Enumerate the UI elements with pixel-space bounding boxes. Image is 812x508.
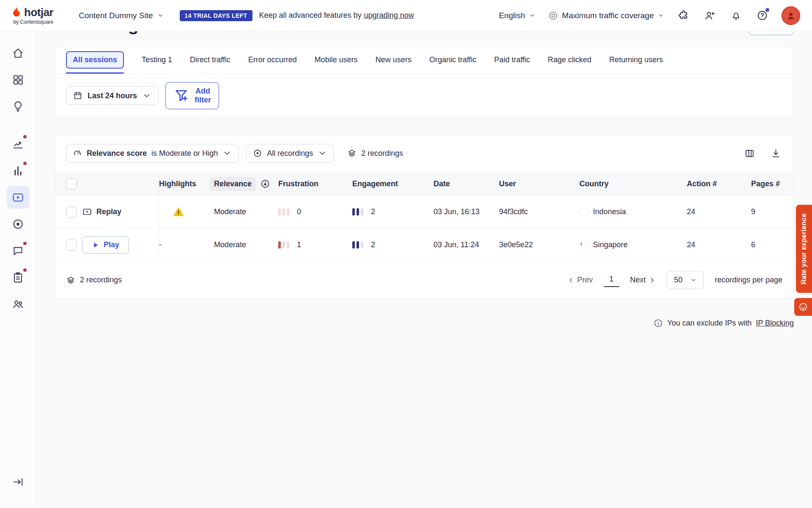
integrations-button[interactable] [677, 9, 690, 22]
sidebar-item-trends[interactable] [7, 133, 30, 155]
sidebar-item-home[interactable] [7, 41, 30, 64]
tab-new-users[interactable]: New users [376, 47, 411, 73]
sidebar-item-heatmaps[interactable] [7, 213, 30, 235]
table-footer: 2 recordings Prev 1 Next 50 recordings p… [55, 262, 793, 298]
topbar: hotjar by Contentsquare Content Dummy Si… [0, 0, 812, 31]
trial-badge: 14 TRIAL DAYS LEFT [180, 10, 252, 21]
traffic-coverage-label: Maximum traffic coverage [562, 11, 654, 20]
tab-organic-traffic[interactable]: Organic traffic [429, 47, 477, 73]
chevron-down-icon [157, 12, 164, 19]
tab-rage-clicked[interactable]: Rage clicked [548, 47, 591, 73]
circle-dot-icon [253, 149, 262, 158]
feedback-smiley-button[interactable] [794, 298, 812, 316]
tab-returning-users[interactable]: Returning users [609, 47, 663, 73]
user-value: 94f3cdfc [499, 207, 579, 216]
notification-dot [23, 162, 27, 165]
column-engagement[interactable]: Engagement [352, 179, 433, 188]
engagement-value: 2 [352, 240, 433, 249]
invite-user-button[interactable] [703, 9, 716, 22]
relevance-value: Moderate [214, 207, 278, 216]
country-value: Singapore [579, 240, 687, 249]
notifications-button[interactable] [729, 9, 743, 22]
date-range-button[interactable]: Last 24 hours [66, 86, 159, 105]
chevron-left-icon [567, 276, 575, 284]
prev-page-button[interactable]: Prev [567, 276, 593, 284]
sort-descending-icon[interactable] [260, 179, 270, 189]
recordings-count-footer: 2 recordings [66, 276, 122, 285]
home-icon [12, 47, 24, 59]
tab-mobile-users[interactable]: Mobile users [315, 47, 358, 73]
per-page-select[interactable]: 50 [667, 271, 704, 289]
user-plus-icon [704, 10, 716, 21]
relevance-filter-chip[interactable]: Relevance score is Moderate or High [66, 144, 239, 163]
upgrade-link[interactable]: upgrading now [364, 11, 414, 20]
download-button[interactable] [769, 146, 782, 160]
table-header: Highlights Relevance Frustration Engagem… [55, 172, 793, 196]
column-relevance[interactable]: Relevance [214, 177, 278, 191]
per-page-label: recordings per page [715, 276, 782, 284]
engagement-meter [352, 208, 363, 215]
language-selector[interactable]: English [499, 11, 535, 20]
tab-testing-1[interactable]: Testing 1 [142, 47, 172, 73]
play-button[interactable]: Play [82, 236, 129, 254]
site-selector[interactable]: Content Dummy Site [79, 11, 163, 20]
sidebar-item-recordings[interactable] [7, 186, 30, 209]
current-page-input[interactable]: 1 [604, 273, 619, 287]
chevron-down-icon [222, 149, 232, 158]
column-country[interactable]: Country [579, 179, 687, 188]
table-row: Replay Moderate 0 [55, 196, 793, 229]
traffic-coverage-selector[interactable]: Maximum traffic coverage [548, 11, 664, 21]
trial-message: Keep all advanced features by upgrading … [259, 11, 414, 20]
grid-icon [12, 74, 24, 86]
segment-tabs: All sessions Testing 1 Direct traffic Er… [55, 47, 793, 74]
person-icon [785, 10, 796, 21]
pages-value: 6 [751, 240, 793, 249]
ip-blocking-link[interactable]: IP Blocking [756, 319, 794, 328]
replay-button[interactable]: Replay [82, 207, 121, 217]
sidebar-item-funnels[interactable] [7, 159, 30, 182]
column-date[interactable]: Date [433, 179, 499, 188]
tab-all-sessions[interactable]: All sessions [66, 47, 124, 73]
recordings-play-icon [12, 191, 24, 204]
warning-icon [173, 206, 184, 218]
brand-subtitle: by Contentsquare [14, 19, 54, 25]
relevance-gauge-icon [73, 149, 82, 158]
column-actions[interactable]: Action # [687, 179, 751, 188]
select-all-checkbox[interactable] [66, 178, 77, 189]
user-avatar[interactable] [782, 6, 800, 25]
add-filter-button[interactable]: Add filter [165, 82, 219, 109]
sidebar-item-highlights[interactable] [7, 95, 30, 118]
smiley-icon [798, 302, 808, 312]
column-frustration[interactable]: Frustration [278, 179, 352, 188]
column-pages[interactable]: Pages # [751, 179, 793, 188]
row-checkbox[interactable] [66, 240, 77, 251]
columns-icon [744, 148, 755, 159]
next-page-button[interactable]: Next [630, 276, 656, 284]
heatmap-target-icon [12, 218, 24, 230]
tab-direct-traffic[interactable]: Direct traffic [190, 47, 230, 73]
rate-experience-tab[interactable]: Rate your experience [796, 205, 812, 293]
chevron-down-icon [690, 277, 697, 283]
column-highlights[interactable]: Highlights [159, 179, 214, 188]
sidebar-item-dashboards[interactable] [7, 68, 30, 91]
tab-paid-traffic[interactable]: Paid traffic [494, 47, 530, 73]
sidebar-item-interviews[interactable] [7, 293, 30, 315]
column-user[interactable]: User [499, 179, 579, 188]
visibility-filter-chip[interactable]: All recordings [246, 144, 334, 163]
row-checkbox[interactable] [66, 207, 77, 218]
frustration-meter [278, 208, 289, 215]
hotjar-logo: hotjar by Contentsquare [11, 6, 53, 25]
tab-error-occurred[interactable]: Error occurred [248, 47, 297, 73]
notification-dot [765, 8, 769, 12]
help-button[interactable] [755, 9, 769, 22]
sidebar-collapse-button[interactable] [7, 470, 30, 493]
date-value: 03 Jun, 16:13 [433, 207, 499, 216]
trend-chart-icon [12, 138, 24, 150]
actions-value: 24 [687, 240, 751, 249]
layers-icon [347, 149, 357, 158]
manage-columns-button[interactable] [743, 146, 756, 160]
sidebar-item-surveys[interactable] [7, 266, 30, 289]
site-selector-label: Content Dummy Site [79, 11, 153, 20]
sidebar [0, 31, 36, 508]
sidebar-item-feedback[interactable] [7, 239, 30, 262]
